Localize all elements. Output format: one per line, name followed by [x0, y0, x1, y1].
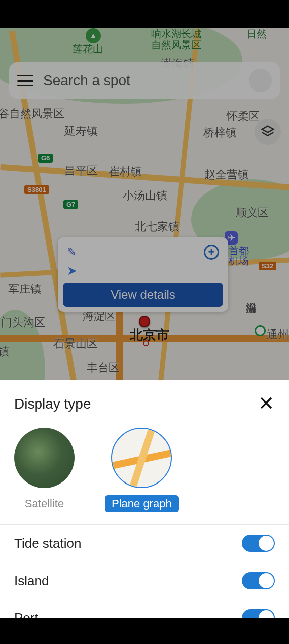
close-icon[interactable] [258, 394, 275, 414]
sheet-title: Display type [14, 396, 91, 412]
satellite-label: Satellite [18, 495, 71, 512]
island-switch[interactable] [242, 572, 275, 589]
display-type-plane[interactable]: Plane graph [105, 428, 179, 512]
status-bar [0, 0, 289, 28]
toggle-tide-station: Tide station [0, 525, 289, 562]
toggle-island: Island [0, 562, 289, 599]
display-type-satellite[interactable]: Satellite [14, 428, 75, 512]
tide-switch[interactable] [242, 535, 275, 552]
toggle-label: Tide station [14, 536, 81, 551]
nav-bar [0, 618, 289, 644]
satellite-thumb [14, 428, 75, 488]
toggle-label: Island [14, 573, 49, 589]
plane-label: Plane graph [105, 495, 179, 512]
plane-thumb [111, 428, 172, 488]
display-type-sheet: Display type Satellite Plane graph Tide … [0, 380, 289, 644]
app-area: ▲ 莲花山 响水湖长城 自然风景区 日然 渤海镇 谷自然风景区 延寿镇 桥梓镇 … [0, 28, 289, 644]
